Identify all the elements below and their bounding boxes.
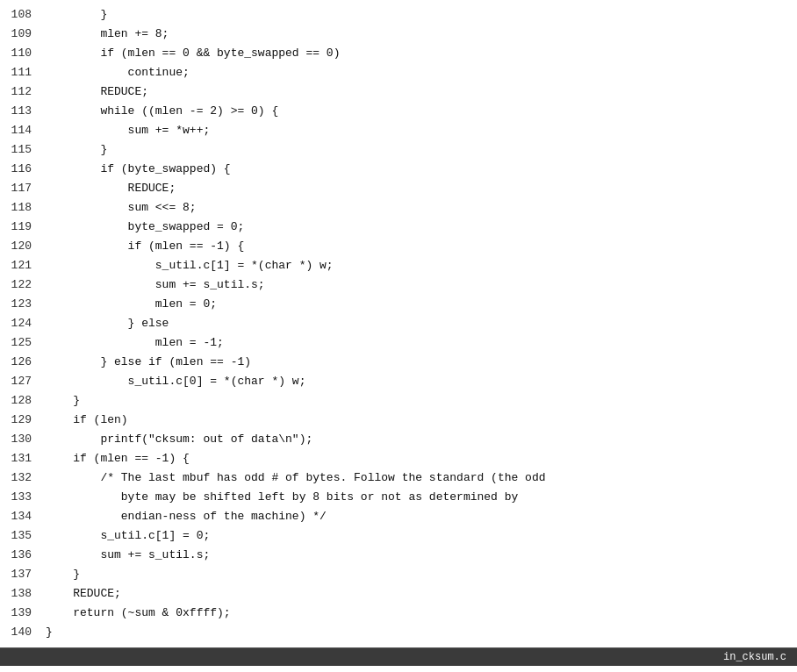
- line-number: 139: [0, 604, 46, 622]
- line-code: endian-ness of the machine) */: [46, 507, 797, 525]
- line-number: 122: [0, 275, 46, 294]
- line-code: if (mlen == -1) {: [46, 449, 797, 468]
- line-number: 130: [0, 430, 46, 448]
- line-number: 124: [0, 314, 46, 332]
- table-row: 125 mlen = -1;: [0, 333, 797, 353]
- line-code: s_util.c[0] = *(char *) w;: [46, 372, 797, 390]
- table-row: 116 if (byte_swapped) {: [0, 160, 797, 179]
- line-code: } else: [46, 314, 797, 332]
- table-row: 138 REDUCE;: [0, 584, 797, 604]
- table-row: 140}: [0, 623, 797, 642]
- code-body: 108 }109 mlen += 8;110 if (mlen == 0 && …: [0, 0, 797, 647]
- line-number: 111: [0, 63, 46, 82]
- table-row: 114 sum += *w++;: [0, 121, 797, 140]
- table-row: 121 s_util.c[1] = *(char *) w;: [0, 256, 797, 275]
- line-code: mlen += 8;: [46, 25, 797, 43]
- line-number: 117: [0, 179, 46, 197]
- table-row: 137 }: [0, 565, 797, 584]
- line-code: /* The last mbuf has odd # of bytes. Fol…: [46, 468, 797, 487]
- line-code: s_util.c[1] = 0;: [46, 526, 797, 545]
- line-number: 121: [0, 256, 46, 275]
- line-number: 136: [0, 546, 46, 564]
- line-code: REDUCE;: [46, 584, 797, 603]
- line-number: 108: [0, 5, 46, 24]
- line-code: }: [46, 391, 797, 410]
- line-code: mlen = -1;: [46, 333, 797, 352]
- line-code: if (mlen == 0 && byte_swapped == 0): [46, 44, 797, 62]
- line-number: 115: [0, 140, 46, 159]
- table-row: 135 s_util.c[1] = 0;: [0, 526, 797, 546]
- line-code: sum <<= 8;: [46, 198, 797, 217]
- table-row: 109 mlen += 8;: [0, 25, 797, 44]
- line-number: 138: [0, 584, 46, 603]
- line-number: 127: [0, 372, 46, 390]
- line-code: } else if (mlen == -1): [46, 353, 797, 371]
- table-row: 127 s_util.c[0] = *(char *) w;: [0, 372, 797, 391]
- table-row: 112 REDUCE;: [0, 82, 797, 102]
- code-container: 108 }109 mlen += 8;110 if (mlen == 0 && …: [0, 0, 797, 672]
- line-number: 129: [0, 411, 46, 429]
- line-code: continue;: [46, 63, 797, 82]
- line-number: 120: [0, 237, 46, 255]
- line-code: byte may be shifted left by 8 bits or no…: [46, 488, 797, 506]
- table-row: 139 return (~sum & 0xffff);: [0, 604, 797, 623]
- table-row: 131 if (mlen == -1) {: [0, 449, 797, 468]
- line-code: REDUCE;: [46, 82, 797, 101]
- line-number: 118: [0, 198, 46, 217]
- line-number: 131: [0, 449, 46, 468]
- line-code: if (len): [46, 411, 797, 429]
- line-code: byte_swapped = 0;: [46, 218, 797, 236]
- table-row: 123 mlen = 0;: [0, 295, 797, 314]
- line-number: 112: [0, 82, 46, 101]
- line-number: 123: [0, 295, 46, 313]
- table-row: 126 } else if (mlen == -1): [0, 353, 797, 372]
- table-row: 130 printf("cksum: out of data\n");: [0, 430, 797, 449]
- table-row: 136 sum += s_util.s;: [0, 546, 797, 565]
- table-row: 115 }: [0, 140, 797, 160]
- table-row: 108 }: [0, 5, 797, 25]
- line-number: 133: [0, 488, 46, 506]
- line-number: 128: [0, 391, 46, 410]
- line-number: 135: [0, 526, 46, 545]
- line-code: sum += *w++;: [46, 121, 797, 139]
- footer-bar: in_cksum.c: [0, 647, 797, 666]
- table-row: 128 }: [0, 391, 797, 411]
- table-row: 129 if (len): [0, 411, 797, 430]
- table-row: 124 } else: [0, 314, 797, 333]
- line-number: 140: [0, 623, 46, 641]
- line-number: 113: [0, 102, 46, 120]
- table-row: 118 sum <<= 8;: [0, 198, 797, 218]
- line-code: }: [46, 140, 797, 159]
- table-row: 110 if (mlen == 0 && byte_swapped == 0): [0, 44, 797, 63]
- line-number: 114: [0, 121, 46, 139]
- line-number: 109: [0, 25, 46, 43]
- line-number: 125: [0, 333, 46, 352]
- line-number: 116: [0, 160, 46, 178]
- line-code: s_util.c[1] = *(char *) w;: [46, 256, 797, 275]
- line-code: sum += s_util.s;: [46, 275, 797, 294]
- line-code: }: [46, 5, 797, 24]
- table-row: 134 endian-ness of the machine) */: [0, 507, 797, 526]
- line-code: if (mlen == -1) {: [46, 237, 797, 255]
- table-row: 120 if (mlen == -1) {: [0, 237, 797, 256]
- line-code: while ((mlen -= 2) >= 0) {: [46, 102, 797, 120]
- filename-label: in_cksum.c: [723, 651, 786, 663]
- table-row: 119 byte_swapped = 0;: [0, 218, 797, 237]
- line-code: }: [46, 623, 797, 641]
- line-number: 132: [0, 468, 46, 487]
- line-number: 137: [0, 565, 46, 583]
- line-code: REDUCE;: [46, 179, 797, 197]
- table-row: 122 sum += s_util.s;: [0, 275, 797, 295]
- line-code: }: [46, 565, 797, 583]
- line-code: sum += s_util.s;: [46, 546, 797, 564]
- line-number: 134: [0, 507, 46, 525]
- table-row: 113 while ((mlen -= 2) >= 0) {: [0, 102, 797, 121]
- line-code: mlen = 0;: [46, 295, 797, 313]
- table-row: 117 REDUCE;: [0, 179, 797, 198]
- line-number: 126: [0, 353, 46, 371]
- line-number: 119: [0, 218, 46, 236]
- line-code: printf("cksum: out of data\n");: [46, 430, 797, 448]
- table-row: 111 continue;: [0, 63, 797, 82]
- line-number: 110: [0, 44, 46, 62]
- table-row: 133 byte may be shifted left by 8 bits o…: [0, 488, 797, 507]
